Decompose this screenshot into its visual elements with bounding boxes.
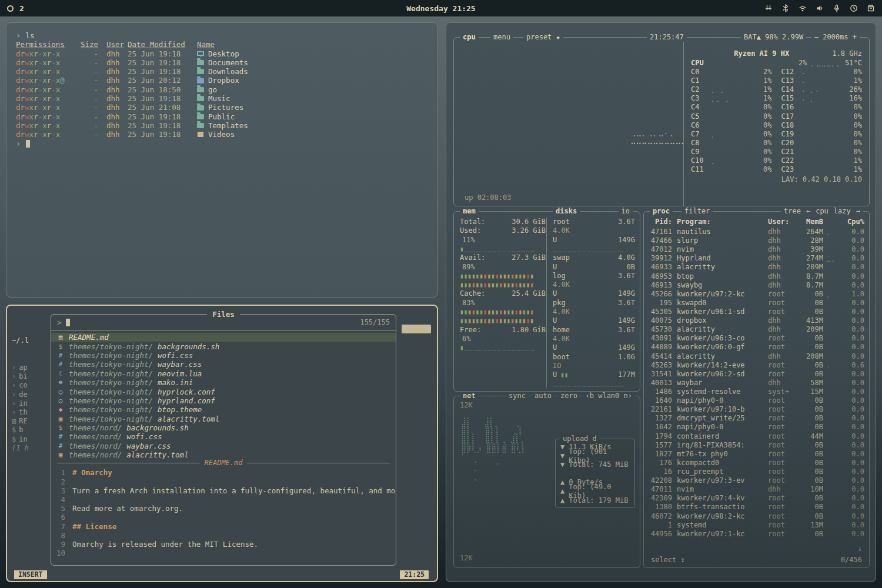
process-row[interactable]: 45730alacrittydhh209M0.0 [650, 325, 864, 334]
process-row[interactable]: 1640napi/phy0-0root0B0.0 [650, 396, 864, 405]
wifi-icon[interactable] [799, 4, 807, 12]
net-interface-selector[interactable]: ‹b wlan0 n› [583, 392, 635, 400]
tree-item[interactable]: ›de [12, 390, 49, 399]
process-row[interactable]: 46953btopdhh8.7M0.0 [650, 272, 864, 281]
picker-file-item[interactable]: #themes/nord/waybar.css [51, 442, 396, 450]
process-row[interactable]: 31541kworker/u96:2-sdroot0B0.0 [650, 370, 864, 379]
net-zero-button[interactable]: zero [557, 392, 580, 400]
upload-arrow-icon: ▲ [560, 478, 564, 487]
tab-mem[interactable]: mem [463, 207, 476, 215]
proc-select-hint[interactable]: select ↕ [651, 556, 685, 564]
proc-sort-lazy[interactable]: lazy [834, 207, 851, 216]
process-row[interactable]: 43091kworker/u96:3-coroot0B0.0 [650, 334, 864, 343]
process-row[interactable]: 16rcu_preemptroot0B0.0 [650, 467, 864, 476]
proc-cpu-graph [823, 432, 841, 441]
proc-tree-button[interactable]: tree [784, 207, 801, 216]
proc-sort-left-arrow[interactable]: ← [806, 207, 810, 216]
app-indicator-icon[interactable] [7, 5, 14, 12]
process-row[interactable]: 47011nvimdhh10M0.0 [650, 485, 864, 494]
process-row[interactable]: 42208kworker/u97:3-evroot0B0.0 [650, 476, 864, 485]
tree-item[interactable]: (1 h [12, 444, 49, 453]
disks-label[interactable]: disks [556, 207, 577, 215]
picker-file-item[interactable]: ○themes/tokyo-night/hyprlock.conf [51, 387, 396, 396]
process-row[interactable]: 47161nautilusdhh264M⡀0.0 [650, 228, 864, 236]
picker-file-item[interactable]: ○themes/tokyo-night/hyprland.conf [51, 396, 396, 405]
inbox-icon[interactable] [867, 4, 875, 12]
process-row[interactable]: 45305kworker/u96:1-sdroot0B0.0 [650, 308, 864, 316]
process-row[interactable]: 1systemdroot13M0.0 [650, 521, 864, 530]
process-row[interactable]: 22161kworker/u97:10-broot0B0.0 [650, 405, 864, 414]
picker-file-item[interactable]: #themes/nord/wofi.css [51, 432, 396, 441]
process-row[interactable]: 39912Hyprlanddhh274M⣀⡀0.0 [650, 254, 864, 263]
picker-file-item[interactable]: $themes/nord/backgrounds.sh [51, 423, 396, 432]
process-row[interactable]: 40013waybardhh58M0.0 [650, 379, 864, 387]
tree-item[interactable]: $b [12, 426, 49, 435]
proc-sort-cpu[interactable]: cpu [816, 207, 828, 216]
picker-file-item[interactable]: #themes/tokyo-night/wofi.css [51, 351, 396, 360]
process-row[interactable]: 46913swaybgdhh8.7M0.0 [650, 281, 864, 290]
process-row[interactable]: 46072kworker/u98:2-kcroot0B0.0 [650, 512, 864, 521]
proc-header-cpu[interactable]: Cpu% [841, 218, 864, 226]
process-row[interactable]: 40075dropboxdhh413M0.0 [650, 316, 864, 325]
proc-filter-button[interactable]: filter [681, 207, 713, 216]
picker-file-item[interactable]: ☸themes/tokyo-night/mako.ini [51, 378, 396, 387]
process-row[interactable]: 1380btrfs-transactioroot0B0.0 [650, 503, 864, 512]
tab-cpu[interactable]: cpu [463, 33, 476, 41]
interval-minus-button[interactable]: — [814, 33, 818, 41]
process-row[interactable]: 1577irq/81-PIXA3854:root0B0.0 [650, 441, 864, 450]
picker-file-item[interactable]: $themes/tokyo-night/backgrounds.sh [51, 342, 396, 350]
picker-file-item[interactable]: ▣themes/nord/alacritty.toml [51, 450, 396, 459]
preset-button[interactable]: preset ★ [523, 33, 563, 42]
picker-file-item[interactable]: ☾themes/tokyo-night/neovim.lua [51, 369, 396, 378]
proc-sort-right-arrow[interactable]: → [856, 207, 860, 216]
tree-item[interactable]: $in [12, 435, 49, 444]
workspace-indicator[interactable]: 2 [19, 4, 24, 13]
process-row[interactable]: 47466slurpdhh28M0.0 [650, 236, 864, 245]
volume-icon[interactable] [816, 4, 824, 12]
tab-net[interactable]: net [463, 392, 476, 400]
clock-icon[interactable] [850, 4, 858, 12]
picker-file-item[interactable]: #themes/tokyo-night/waybar.css [51, 360, 396, 369]
process-row[interactable]: 1827mt76-tx phy0root0B0.0 [650, 450, 864, 459]
process-row[interactable]: 45414alacrittydhh208M0.0 [650, 352, 864, 361]
process-row[interactable]: 44889kworker/u96:0-gfroot0B0.0 [650, 343, 864, 352]
proc-header-memb[interactable]: MemB [797, 218, 823, 226]
net-sync-button[interactable]: sync [506, 392, 529, 400]
tree-item[interactable]: ›ap [12, 363, 49, 372]
tree-item[interactable]: ▤RE [12, 417, 49, 426]
tab-proc[interactable]: proc [653, 207, 670, 215]
scrollbar-thumb[interactable] [402, 325, 431, 333]
tree-root[interactable]: ~/.l [12, 336, 49, 345]
tree-item[interactable]: ›th [12, 408, 49, 417]
process-row[interactable]: 176kcompactd0root0B0.0 [650, 459, 864, 467]
process-row[interactable]: 1642napi/phy0-0root0B0.0 [650, 423, 864, 432]
process-row[interactable]: 1794containerdroot44M0.0 [650, 432, 864, 441]
process-row[interactable]: 45266kworker/u97:2-kcroot0B⡀1.0 [650, 290, 864, 299]
picker-file-item[interactable]: ◆themes/tokyo-night/btop.theme [51, 405, 396, 414]
microphone-icon[interactable] [833, 4, 841, 12]
picker-file-item[interactable]: ▤README.md [51, 333, 396, 342]
proc-header-program[interactable]: Program: [677, 218, 768, 226]
tree-item[interactable]: ›bi [12, 372, 49, 381]
scroll-down-hint[interactable]: ↓ [858, 544, 862, 553]
updates-icon[interactable] [764, 4, 773, 12]
proc-header-user[interactable]: User: [768, 218, 797, 226]
process-row[interactable]: 45263kworker/14:2-everoot0B.0.6 [650, 361, 864, 370]
bluetooth-icon[interactable] [781, 4, 790, 12]
process-row[interactable]: 44956kworker/u97:1-kcroot0B0.0 [650, 530, 864, 539]
proc-mem: 0B [797, 343, 823, 352]
picker-file-item[interactable]: ▣themes/tokyo-night/alacritty.toml [51, 415, 396, 423]
proc-header-pid[interactable]: Pid: [650, 218, 677, 226]
interval-plus-button[interactable]: + [853, 33, 857, 41]
process-row[interactable]: 195kswapd0root0B0.0 [650, 299, 864, 308]
process-row[interactable]: 42309kworker/u97:4-kvroot0B0.0 [650, 494, 864, 503]
tree-item[interactable]: ›in [12, 399, 49, 408]
process-row[interactable]: 47012nvimdhh39M0.0 [650, 245, 864, 254]
net-auto-button[interactable]: auto [532, 392, 554, 400]
process-row[interactable]: 46933alacrittydhh209M0.0 [650, 263, 864, 272]
process-row[interactable]: 1486systemd-resolvesyst+15M0.0 [650, 387, 864, 396]
process-row[interactable]: 1327dmcrypt_write/25root0B0.0 [650, 414, 864, 423]
menu-button[interactable]: menu [490, 33, 513, 42]
tree-item[interactable]: ›co [12, 381, 49, 390]
io-mode-button[interactable]: io [619, 207, 633, 216]
